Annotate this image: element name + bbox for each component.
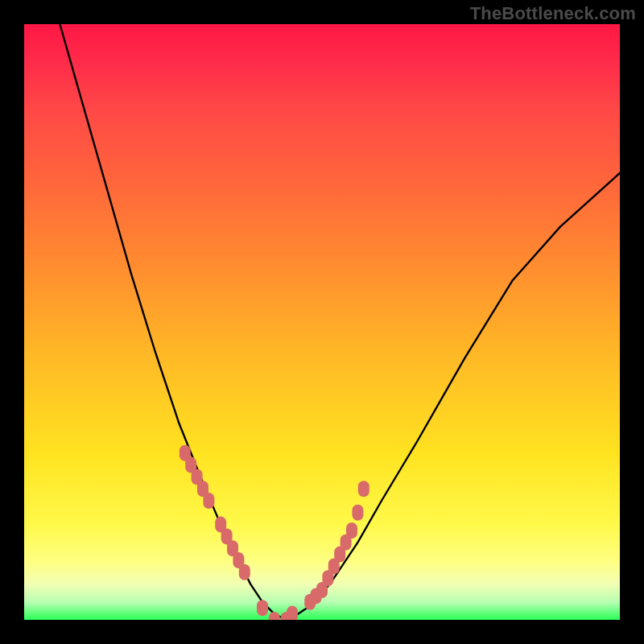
- plot-area: [24, 24, 620, 620]
- marker-point: [352, 505, 363, 521]
- marker-point: [203, 493, 214, 509]
- marker-point: [269, 612, 280, 620]
- chart-frame: TheBottleneck.com: [0, 0, 644, 644]
- chart-svg: [24, 24, 620, 620]
- marker-point: [239, 564, 250, 580]
- marker-point: [346, 522, 357, 539]
- marker-point: [257, 600, 268, 616]
- marker-point: [287, 606, 298, 620]
- watermark-text: TheBottleneck.com: [470, 3, 636, 24]
- curve-line: [60, 24, 620, 620]
- marker-point: [358, 481, 369, 497]
- marker-group: [180, 445, 369, 620]
